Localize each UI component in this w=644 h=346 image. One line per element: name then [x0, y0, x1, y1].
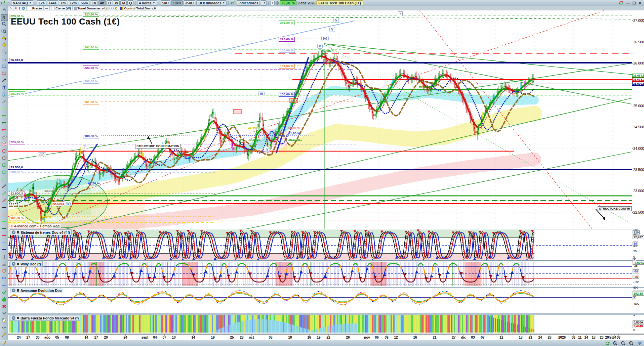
volume-button-5kU[interactable]: 5kU — [161, 0, 170, 6]
hline-red2-tool[interactable] — [1, 232, 7, 239]
list-settings-button[interactable]: ≔ — [44, 6, 50, 10]
notes-tool[interactable]: 1 — [1, 317, 7, 323]
circle-plus-tool[interactable] — [1, 268, 7, 274]
angle-tool[interactable]: a — [1, 261, 7, 267]
hline-navy-tool[interactable] — [1, 247, 7, 253]
ellipse-brown-tool[interactable] — [1, 155, 7, 161]
ellipse-lightgreen-tool[interactable] — [1, 176, 7, 182]
hline-lightgreen-tool[interactable] — [1, 105, 7, 112]
fib-levels-tool[interactable]: F — [1, 56, 7, 62]
panel-header-3[interactable]: ✕Awesome Evolution Doc — [10, 288, 63, 293]
ellipse-green-tool[interactable] — [1, 162, 7, 168]
pattern-tool[interactable] — [1, 141, 7, 147]
hline-brightgreen-tool[interactable] — [1, 218, 7, 225]
timeframe-button-1m[interactable]: 1m — [59, 0, 67, 6]
validate-tool[interactable] — [1, 289, 7, 295]
panel-awesome-evolution[interactable] — [8, 288, 632, 313]
segment-tool[interactable] — [1, 98, 7, 105]
timeframe-button-M[interactable]: M — [120, 0, 127, 6]
info-icon[interactable]: i — [270, 1, 275, 5]
alarm-tool[interactable] — [1, 42, 7, 48]
timeframe-button-12s[interactable]: 12s — [37, 0, 46, 6]
minimize-button[interactable]: — — [626, 1, 630, 5]
hline-green-tool[interactable] — [1, 113, 7, 119]
timeframe-button-1h[interactable]: 1h — [90, 0, 97, 6]
export-icon[interactable]: ⬆ — [18, 7, 21, 10]
hline-pink-tool[interactable] — [1, 211, 7, 218]
drag-handle-icon[interactable]: ▯▯ — [7, 1, 10, 4]
close-icon[interactable]: ✕ — [12, 262, 15, 266]
rectangle-red-tool[interactable] — [1, 70, 7, 77]
hline-red-tool[interactable] — [1, 127, 7, 133]
panel-sistema-trenes[interactable] — [8, 229, 632, 260]
zoom-area-tool[interactable] — [1, 28, 7, 34]
control-total-overlay-item[interactable]: Control Total Doc v.6 — [119, 6, 157, 10]
panel-header-4[interactable]: ✕Barra Fuerza Fondo Mercado v4 (f) — [10, 315, 80, 321]
zoom-in-button[interactable] — [628, 341, 635, 346]
timeframe-button-56m[interactable]: 56m — [79, 0, 89, 6]
timeframe-button-12m[interactable]: 12m — [68, 0, 78, 6]
panel-divider[interactable] — [8, 313, 644, 315]
more-tools[interactable] — [1, 324, 7, 331]
close-icon[interactable]: ✕ — [12, 316, 15, 320]
refresh-data-button[interactable] — [604, 341, 611, 346]
checkbox-icon[interactable] — [28, 7, 31, 10]
tunel-overlay-item[interactable]: Tunel Domenec v4 (t t t t t) — [73, 6, 119, 10]
line-green-tool[interactable] — [1, 190, 7, 197]
volume-button-35kU[interactable]: 35kU — [184, 0, 195, 6]
main-chart-canvas[interactable]: EEUU Tech 100 Cash (1€) IT-Finance.com -… — [8, 10, 632, 229]
restore-button[interactable]: ❐ — [633, 1, 636, 5]
like-tool[interactable] — [1, 296, 7, 302]
vline-tool[interactable] — [1, 254, 7, 260]
ruler-tool[interactable] — [1, 134, 7, 140]
close-button[interactable]: ✕ — [638, 1, 641, 5]
hline-darkgreen-tool[interactable] — [1, 120, 7, 126]
line-red-tool[interactable] — [1, 197, 7, 204]
scroll-right-button[interactable] — [636, 341, 643, 346]
panel-barra-fuerza[interactable] — [8, 315, 632, 334]
hline-black-tool[interactable] — [1, 204, 7, 211]
ellipse-green2-tool[interactable] — [1, 169, 7, 175]
text-tool[interactable]: T — [1, 84, 7, 91]
close-w-overlay-item[interactable]: Cierre (W) — [50, 6, 72, 10]
units-dropdown[interactable]: 10 k unidades▼ — [196, 0, 227, 6]
collapse-tools[interactable] — [1, 7, 7, 13]
panel-header-1[interactable]: ✕Sistema de trenes Doc v4 (f f) — [10, 229, 72, 235]
delete-tool[interactable] — [1, 303, 7, 309]
close-circle-icon[interactable]: ✕ — [22, 7, 25, 10]
trend-arrow-tool[interactable] — [1, 77, 7, 84]
zoom-tool[interactable] — [1, 21, 7, 27]
collapse-overlay-button[interactable]: ^ — [8, 6, 13, 10]
timeframe-button-4h[interactable]: 4h — [98, 0, 106, 6]
rectangle-blue-tool[interactable] — [1, 63, 7, 70]
ellipse-red-tool[interactable] — [1, 148, 7, 154]
time-axis[interactable]: 242730ago050814172024sept04071014192528o… — [8, 334, 644, 340]
import-icon[interactable]: ⬇ — [15, 7, 17, 10]
price-overlay-item[interactable]: Precio — [27, 6, 44, 10]
fibonacci-tool[interactable]: F — [1, 49, 7, 55]
panel-willy-doc[interactable] — [8, 261, 632, 287]
panel-header-2[interactable]: ✕Willy Doc (t) — [10, 261, 43, 267]
quick-draw-button[interactable] — [1, 341, 8, 346]
close-icon[interactable]: ✕ — [12, 289, 15, 292]
alarm-edit-tool[interactable] — [1, 35, 7, 41]
zoom-out-button[interactable] — [620, 341, 627, 346]
pointer-tool[interactable] — [1, 14, 8, 21]
period-dropdown[interactable]: 4 horas▼ — [137, 0, 157, 6]
hline-darkgreen2-tool[interactable] — [1, 225, 7, 232]
timeframe-button-144s[interactable]: 144s — [47, 0, 58, 6]
timeframe-button-W[interactable]: W — [113, 0, 120, 6]
instrument-badge[interactable]: EEUU Tech 100 Cash (1€) — [316, 0, 363, 5]
volume-button-10kU[interactable]: 10kU — [171, 0, 183, 6]
indicators-button[interactable]: Indicadores — [237, 0, 260, 6]
draw-tool[interactable] — [1, 331, 7, 338]
hline-lightblue-tool[interactable] — [1, 240, 7, 246]
line-black-tool[interactable] — [1, 183, 7, 189]
reconnect-icon[interactable] — [619, 1, 623, 5]
zoom-fit-button[interactable] — [612, 341, 619, 346]
checkbox-icon[interactable] — [51, 7, 54, 10]
timeframe-button-D[interactable]: D — [107, 0, 113, 6]
letters-tool[interactable]: a+b — [1, 282, 7, 288]
indicators-caret-button[interactable]: ▼ — [261, 0, 267, 6]
close-icon[interactable]: ✕ — [12, 230, 15, 234]
